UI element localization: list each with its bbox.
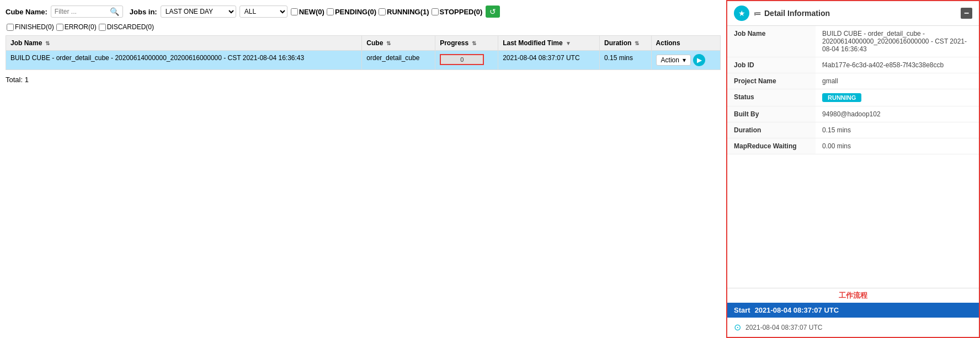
detail-value-job-id: f4ab177e-6c3d-a402-e858-7f43c38e8ccb	[816, 57, 979, 73]
go-button[interactable]: ▶	[693, 54, 705, 66]
actions-cell: Action ▾ ▶	[656, 54, 716, 66]
cell-last-modified: 2021-08-04 08:37:07 UTC	[498, 51, 600, 70]
checkbox-finished[interactable]: FINISHED(0)	[7, 23, 54, 31]
detail-label-job-name: Job Name	[727, 26, 816, 57]
cell-cube: order_detail_cube	[362, 51, 435, 70]
total-label: Total: 1	[6, 76, 721, 84]
list-icon: ≔	[754, 9, 761, 18]
checkbox-new[interactable]: NEW(0)	[291, 8, 324, 16]
detail-label-project-name: Project Name	[727, 73, 816, 89]
detail-title: ≔ Detail Information	[754, 9, 956, 18]
detail-row-duration: Duration 0.15 mins	[727, 122, 979, 138]
cube-filter-input[interactable]	[55, 8, 110, 15]
checkbox-pending[interactable]: PENDING(0)	[327, 8, 376, 16]
detail-value-status: RUNNING	[816, 89, 979, 106]
detail-value-built-by: 94980@hadoop102	[816, 106, 979, 122]
start-time: 2021-08-04 08:37:07 UTC	[755, 306, 839, 314]
col-progress[interactable]: Progress ⇅	[435, 36, 498, 51]
all-select[interactable]: ALL RUNNING PENDING FINISHED ERROR	[239, 6, 287, 18]
checkbox-running[interactable]: RUNNING(1)	[379, 8, 429, 16]
right-panel: ★ ≔ Detail Information − Job Name BUILD …	[726, 0, 980, 338]
refresh-button[interactable]: ↺	[486, 6, 500, 18]
cell-job-name: BUILD CUBE - order_detail_cube - 2020061…	[6, 51, 362, 70]
table-row[interactable]: BUILD CUBE - order_detail_cube - 2020061…	[6, 51, 721, 70]
checkbox-stopped[interactable]: STOPPED(0)	[432, 8, 483, 16]
col-last-modified[interactable]: Last Modified Time ▼	[498, 36, 600, 51]
left-panel: Cube Name: 🔍 Jobs in: LAST ONE DAY LAST …	[0, 0, 726, 338]
detail-row-mapreduce-waiting: MapReduce Waiting 0.00 mins	[727, 138, 979, 154]
workflow-label: 工作流程	[727, 288, 979, 303]
detail-label-job-id: Job ID	[727, 57, 816, 73]
detail-row-job-id: Job ID f4ab177e-6c3d-a402-e858-7f43c38e8…	[727, 57, 979, 73]
detail-row-status: Status RUNNING	[727, 89, 979, 106]
checkbox-discarded[interactable]: DISCARDED(0)	[99, 23, 154, 31]
detail-value-project-name: gmall	[816, 73, 979, 89]
detail-value-duration: 0.15 mins	[816, 122, 979, 138]
search-icon[interactable]: 🔍	[110, 7, 119, 16]
checkbox-error[interactable]: ERROR(0)	[56, 23, 97, 31]
detail-label-mapreduce-waiting: MapReduce Waiting	[727, 138, 816, 154]
cell-progress: 0	[435, 51, 498, 70]
jobs-in-label: Jobs in:	[130, 8, 157, 16]
detail-label-duration: Duration	[727, 122, 816, 138]
start-label: Start	[734, 306, 750, 314]
checkbox-group-row2: FINISHED(0) ERROR(0) DISCARDED(0)	[7, 23, 721, 31]
timeline-time: 2021-08-04 08:37:07 UTC	[745, 324, 822, 331]
detail-label-built-by: Built By	[727, 106, 816, 122]
detail-content: Job Name BUILD CUBE - order_detail_cube …	[727, 26, 979, 288]
bottom-section: 工作流程 Start 2021-08-04 08:37:07 UTC ⊙ 202…	[727, 288, 979, 337]
timeline-item: ⊙ 2021-08-04 08:37:07 UTC	[727, 318, 979, 337]
start-bar: Start 2021-08-04 08:37:07 UTC	[727, 303, 979, 318]
star-icon[interactable]: ★	[734, 6, 749, 21]
detail-table: Job Name BUILD CUBE - order_detail_cube …	[727, 26, 979, 154]
right-header: ★ ≔ Detail Information −	[727, 1, 979, 26]
status-badge: RUNNING	[822, 93, 861, 102]
detail-row-project-name: Project Name gmall	[727, 73, 979, 89]
detail-row-built-by: Built By 94980@hadoop102	[727, 106, 979, 122]
col-cube[interactable]: Cube ⇅	[362, 36, 435, 51]
col-actions: Actions	[651, 36, 720, 51]
time-select[interactable]: LAST ONE DAY LAST ONE WEEK LAST ONE MONT…	[161, 6, 236, 18]
detail-value-job-name: BUILD CUBE - order_detail_cube - 2020061…	[816, 26, 979, 57]
filter-input-wrap: 🔍	[51, 6, 123, 18]
col-job-name[interactable]: Job Name ⇅	[6, 36, 362, 51]
progress-label: 0	[441, 55, 483, 64]
clock-icon: ⊙	[734, 322, 741, 332]
detail-label-status: Status	[727, 89, 816, 106]
progress-bar-outer: 0	[440, 54, 484, 65]
filter-bar: Cube Name: 🔍 Jobs in: LAST ONE DAY LAST …	[6, 6, 721, 18]
minimize-button[interactable]: −	[961, 8, 972, 19]
job-table: Job Name ⇅ Cube ⇅ Progress ⇅ Last Modifi…	[6, 35, 721, 70]
action-dropdown-button[interactable]: Action ▾	[656, 55, 691, 66]
cell-duration: 0.15 mins	[599, 51, 651, 70]
col-duration[interactable]: Duration ⇅	[599, 36, 651, 51]
checkbox-group: NEW(0) PENDING(0) RUNNING(1) STOPPED(0)	[291, 8, 483, 16]
detail-value-mapreduce-waiting: 0.00 mins	[816, 138, 979, 154]
cube-name-label: Cube Name:	[6, 8, 47, 16]
detail-row-job-name: Job Name BUILD CUBE - order_detail_cube …	[727, 26, 979, 57]
caret-icon: ▾	[683, 56, 686, 64]
cell-actions: Action ▾ ▶	[651, 51, 720, 70]
